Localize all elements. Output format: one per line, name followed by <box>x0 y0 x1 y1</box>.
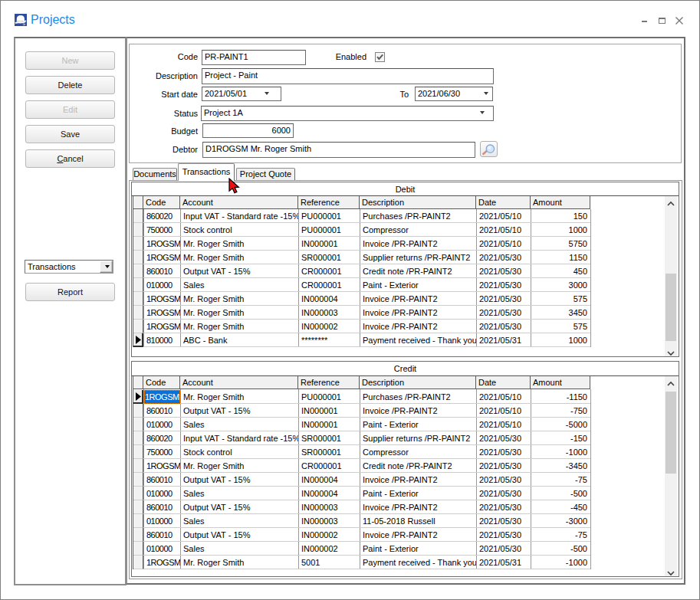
svg-text:s: s <box>23 21 26 26</box>
